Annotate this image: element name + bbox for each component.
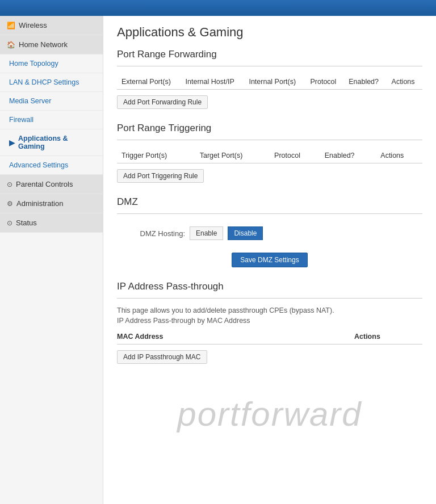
port-range-triggering-title: Port Range Triggering [117,123,422,134]
home-icon: 🏠 [7,41,15,49]
dmz-title: DMZ [117,196,422,208]
ip-passthrough-title: IP Address Pass-through [117,281,422,292]
dmz-section: DMZ DMZ Hosting: Enable Disable Save DMZ… [117,196,422,267]
port-range-forwarding-section: Port Range Forwarding External Port(s) I… [117,49,422,109]
sidebar-item-home-topology[interactable]: Home Topology [0,54,103,73]
port-triggering-table: Trigger Port(s) Target Port(s) Protocol … [117,148,422,163]
page-title: Applications & Gaming [117,25,422,40]
port-forwarding-table: External Port(s) Internal Host/IP Intern… [117,74,422,90]
prt-col-target: Target Port(s) [195,148,270,163]
administration-icon: ⚙ [7,200,13,208]
sidebar-item-media-server[interactable]: Media Server [0,92,103,111]
dmz-hosting-row: DMZ Hosting: Enable Disable [117,222,422,245]
prt-col-enabled: Enabled? [320,148,376,163]
prf-col-external: External Port(s) [117,74,181,90]
ip-passthrough-info1: This page allows you to add/delete passt… [117,306,422,314]
ip-passthrough-divider [117,298,422,299]
sidebar-item-firewall[interactable]: Firewall [0,111,103,129]
prt-col-trigger: Trigger Port(s) [117,148,195,163]
port-range-triggering-section: Port Range Triggering Trigger Port(s) Ta… [117,123,422,183]
dmz-disable-button[interactable]: Disable [228,226,263,240]
prf-divider [117,66,422,66]
add-ip-passthrough-button[interactable]: Add IP Passthrough MAC [117,350,207,364]
ip-passthrough-col-mac: MAC Address [117,329,354,344]
sidebar-item-applications-gaming[interactable]: ▶ Applications & Gaming [0,129,103,156]
sidebar: 📶 Wireless 🏠 Home Network Home Topology … [0,16,103,504]
prf-col-protocol: Protocol [305,74,344,90]
sidebar-item-advanced-settings[interactable]: Advanced Settings [0,156,103,175]
prf-col-enabled: Enabled? [344,74,387,90]
prf-col-internal-port: Internal Port(s) [244,74,305,90]
prf-col-actions: Actions [387,74,422,90]
add-port-forwarding-button[interactable]: Add Port Forwarding Rule [117,95,208,109]
wireless-icon: 📶 [7,22,15,30]
ip-passthrough-section: IP Address Pass-through This page allows… [117,281,422,364]
sidebar-item-status[interactable]: ⊙ Status [0,213,103,233]
sidebar-item-parental-controls[interactable]: ⊙ Parental Controls [0,175,103,194]
watermark: portforward [117,377,422,445]
save-dmz-settings-button[interactable]: Save DMZ Settings [232,253,307,267]
prt-divider [117,140,422,140]
ip-passthrough-col-headers: MAC Address Actions [117,329,422,345]
parental-controls-icon: ⊙ [7,180,12,188]
status-icon: ⊙ [7,219,12,227]
dmz-save-row: Save DMZ Settings [117,253,422,267]
dmz-hosting-label: DMZ Hosting: [117,229,185,238]
top-bar [0,0,436,16]
ip-passthrough-info2: IP Address Pass-through by MAC Address [117,317,422,325]
sidebar-item-administration[interactable]: ⚙ Administration [0,194,103,213]
prf-col-internal-host: Internal Host/IP [181,74,245,90]
main-content: Applications & Gaming Port Range Forward… [103,16,436,504]
dmz-enable-button[interactable]: Enable [190,226,223,240]
dmz-divider [117,213,422,214]
ip-passthrough-col-actions: Actions [354,329,422,344]
prt-col-actions: Actions [376,148,422,163]
sidebar-item-lan-dhcp[interactable]: LAN & DHCP Settings [0,73,103,92]
sidebar-item-wireless[interactable]: 📶 Wireless [0,16,103,35]
prt-col-protocol: Protocol [270,148,320,163]
add-port-triggering-button[interactable]: Add Port Triggering Rule [117,169,204,183]
port-range-forwarding-title: Port Range Forwarding [117,49,422,60]
sidebar-item-home-network[interactable]: 🏠 Home Network [0,35,103,54]
